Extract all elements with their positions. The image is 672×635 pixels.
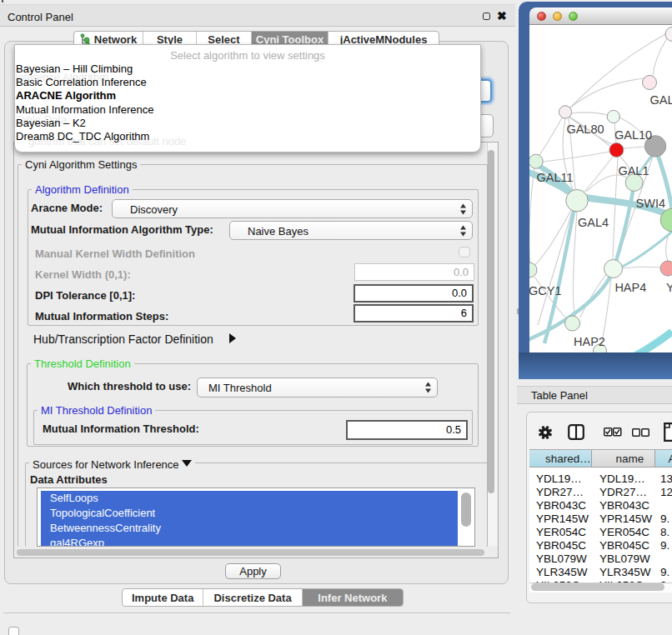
svg-text:GAL7: GAL7 — [650, 93, 672, 107]
svg-text:GAL4: GAL4 — [578, 216, 609, 229]
svg-text:GAL11: GAL11 — [537, 171, 574, 184]
svg-text:SWI4: SWI4 — [636, 197, 665, 210]
svg-text:HAP4: HAP4 — [614, 281, 646, 294]
svg-text:GCY1: GCY1 — [529, 284, 562, 298]
svg-text:GAL10: GAL10 — [614, 128, 652, 142]
svg-text:Y: Y — [666, 281, 672, 294]
svg-text:GAL1: GAL1 — [618, 164, 649, 178]
svg-text:HAP2: HAP2 — [574, 335, 605, 348]
svg-text:GAL80: GAL80 — [566, 122, 604, 136]
